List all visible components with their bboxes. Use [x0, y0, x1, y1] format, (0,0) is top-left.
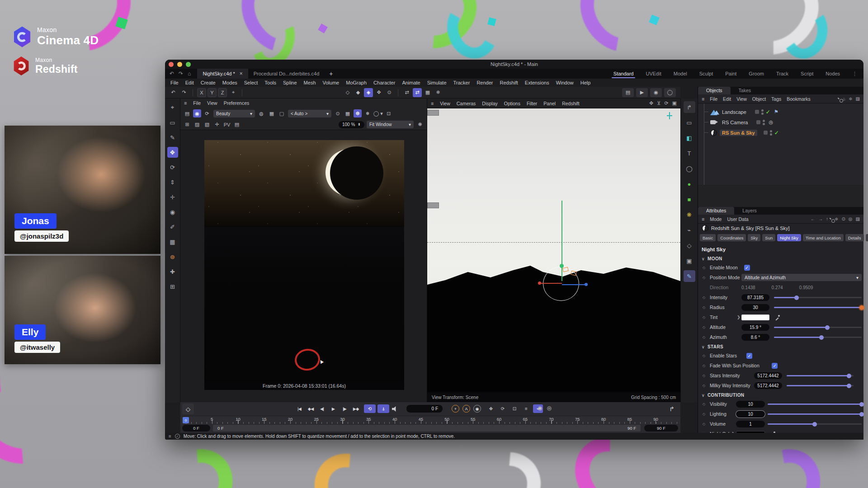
- frame-icon[interactable]: ▭: [684, 117, 695, 128]
- target-tag-icon[interactable]: ◎: [769, 119, 773, 125]
- layer-toggle[interactable]: [764, 131, 768, 135]
- hamburger-icon[interactable]: ≡: [169, 434, 171, 439]
- dither-icon[interactable]: ▦: [268, 109, 276, 117]
- snapshot-icon[interactable]: ❆: [354, 109, 362, 117]
- tab-attributes[interactable]: Attributes: [698, 207, 734, 215]
- menu-window[interactable]: Window: [556, 80, 574, 85]
- undo-icon[interactable]: ↶: [169, 88, 178, 97]
- menu-create[interactable]: Create: [201, 80, 216, 85]
- up-icon[interactable]: ↑: [826, 216, 828, 221]
- slider-radius[interactable]: [774, 307, 862, 308]
- scale-tool-icon[interactable]: ⇕: [167, 177, 178, 188]
- key-position-icon[interactable]: ✥: [486, 404, 496, 413]
- eyedropper-icon[interactable]: [775, 315, 780, 320]
- hamburger-icon[interactable]: ≡: [702, 216, 704, 222]
- solo-icon[interactable]: ◉: [538, 405, 542, 411]
- selection-tag-icon[interactable]: ⚑: [774, 109, 778, 115]
- axis-lock-icon[interactable]: ⌖: [229, 88, 238, 97]
- add-tool-icon[interactable]: ✚: [167, 266, 178, 277]
- clapper-icon[interactable]: ▤: [183, 109, 191, 117]
- keyframe-dot-icon[interactable]: ◇: [703, 364, 705, 368]
- panel-handle[interactable]: [427, 110, 439, 116]
- freeze-icon[interactable]: ❅: [363, 109, 372, 117]
- pan-icon[interactable]: ✥: [649, 100, 653, 106]
- frame-tool-icon[interactable]: ⊞: [167, 281, 178, 292]
- keyframe-dot-icon[interactable]: ◇: [703, 276, 705, 280]
- keyframe-dot-icon[interactable]: ◇: [703, 266, 705, 270]
- menu-animate[interactable]: Animate: [402, 80, 420, 85]
- undo-icon[interactable]: ↶: [170, 70, 174, 77]
- refresh-icon[interactable]: ⟳: [203, 109, 211, 117]
- slider-stars-intensity[interactable]: [787, 375, 854, 376]
- pv-icon[interactable]: PV: [223, 121, 231, 129]
- keyframe-dot-icon[interactable]: ◇: [703, 422, 705, 426]
- dolly-icon[interactable]: ⊻: [657, 100, 660, 106]
- visibility-dots[interactable]: [770, 130, 772, 136]
- checkbox-fade-with-sun-position[interactable]: ✓: [772, 363, 778, 369]
- viewport-menu-redshift[interactable]: Redshift: [562, 101, 580, 106]
- menu-spline[interactable]: Spline: [283, 80, 297, 85]
- move-tool-icon[interactable]: ✥: [167, 147, 178, 158]
- zoom-tool-icon[interactable]: ⌖: [167, 102, 178, 113]
- value-field-azimuth[interactable]: 8.6 °: [741, 334, 769, 341]
- menu-redshift[interactable]: Redshift: [500, 80, 518, 85]
- filter-icon[interactable]: ≑: [835, 216, 838, 221]
- orbit-icon[interactable]: ⟳: [664, 100, 668, 106]
- attributes-menu-mode[interactable]: Mode: [710, 216, 722, 222]
- render-active-icon[interactable]: ▶: [636, 88, 648, 97]
- viewport-menu-cameras[interactable]: Cameras: [457, 101, 476, 106]
- object-row-rs-sun-sky[interactable]: RS Sun & Sky✓: [698, 128, 863, 137]
- key-rotation-icon[interactable]: ⟳: [498, 404, 508, 413]
- menu-render[interactable]: Render: [476, 80, 493, 85]
- viewport-menu-display[interactable]: Display: [482, 101, 497, 106]
- section-tab-night-sky[interactable]: Night Sky: [777, 234, 801, 241]
- goto-start-icon[interactable]: |◀: [294, 404, 304, 413]
- focus-icon[interactable]: ⊡: [385, 109, 393, 117]
- slider-volume[interactable]: [768, 423, 862, 425]
- brush-tool-icon[interactable]: ◉: [167, 206, 178, 217]
- rotate-tool-icon[interactable]: ⟳: [167, 162, 178, 173]
- keyframe-dot-icon[interactable]: ◇: [703, 335, 705, 339]
- attributes-menu-user-data[interactable]: User Data: [727, 216, 748, 222]
- next-key-icon[interactable]: ▶◆: [351, 404, 361, 413]
- layout-overflow-icon[interactable]: ⋮: [852, 71, 857, 77]
- axis-z-button[interactable]: Z: [218, 88, 227, 97]
- menu-volume[interactable]: Volume: [323, 80, 340, 85]
- image-icon[interactable]: ▧: [203, 121, 211, 129]
- menu-mesh[interactable]: Mesh: [304, 80, 316, 85]
- record-icon[interactable]: +: [452, 405, 459, 413]
- quantize-icon[interactable]: ⇄: [413, 88, 422, 97]
- pen-highlight-icon[interactable]: ✎: [684, 270, 695, 282]
- close-tab-icon[interactable]: ×: [240, 70, 243, 77]
- keyframe-dot-icon[interactable]: ◇: [703, 384, 705, 388]
- viewport-menu-filter[interactable]: Filter: [527, 101, 537, 106]
- section-tab-time-and-location[interactable]: Time and Location: [803, 234, 844, 241]
- layout-tab-script[interactable]: Script: [801, 71, 813, 76]
- group-header-contribution[interactable]: ∨CONTRIBUTION: [698, 390, 863, 399]
- home-icon[interactable]: ⌂: [843, 96, 845, 101]
- object-toggles[interactable]: [756, 120, 765, 125]
- color-swatch-tint[interactable]: [741, 314, 769, 320]
- redo-icon[interactable]: ↷: [179, 88, 189, 97]
- value-field-visibility[interactable]: 10: [736, 401, 765, 408]
- spot-tool-icon[interactable]: ⊚: [167, 251, 178, 262]
- volume-icon[interactable]: ■: [684, 193, 695, 205]
- objects-menu-tags[interactable]: Tags: [771, 96, 781, 102]
- sound-icon[interactable]: [392, 406, 397, 412]
- menu-tracker[interactable]: Tracker: [453, 80, 470, 85]
- lock-icon[interactable]: ⊙: [841, 216, 845, 221]
- target-icon[interactable]: ◎: [849, 216, 853, 221]
- timeline-ruler[interactable]: 051015202530354045505560657075808590 0: [180, 416, 680, 424]
- group-header-stars[interactable]: ∨STARS: [698, 342, 863, 351]
- points-mode-icon[interactable]: ⊙: [385, 88, 394, 97]
- viewport-menu-panel[interactable]: Panel: [543, 101, 556, 106]
- current-frame-field[interactable]: 0 F: [406, 405, 443, 413]
- hamburger-icon[interactable]: ≡: [702, 96, 704, 102]
- autokey-icon[interactable]: A: [462, 405, 470, 413]
- value-field-milky-way-intensity[interactable]: 5172.4442: [754, 382, 782, 389]
- interactive-render-icon[interactable]: ◯: [664, 88, 676, 97]
- slider-milky-way-intensity[interactable]: [787, 385, 854, 386]
- menu-simulate[interactable]: Simulate: [427, 80, 447, 85]
- new-document-tab-button[interactable]: +: [329, 70, 333, 77]
- object-name[interactable]: RS Sun & Sky: [720, 130, 757, 136]
